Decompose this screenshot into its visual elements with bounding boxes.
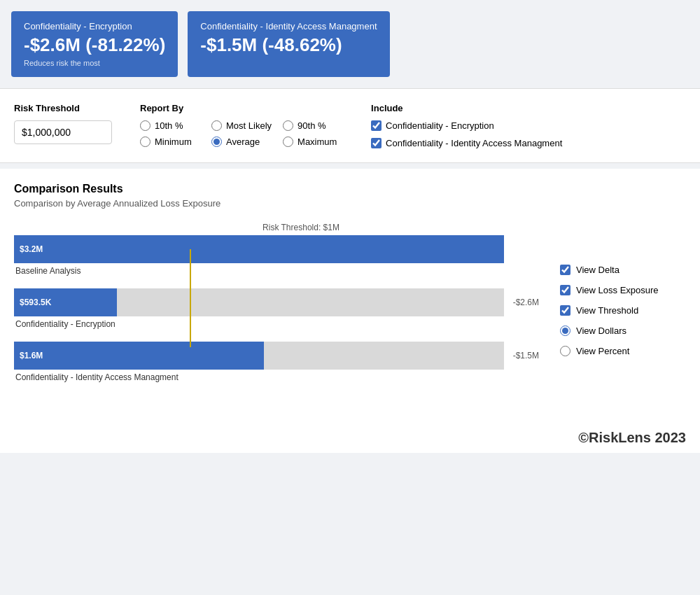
radio-10th-input[interactable] [140,120,150,131]
encryption-row-label: Confidentiality - Encryption [14,319,504,329]
baseline-row-label: Baseline Analysis [14,266,504,276]
card-identity: Confidentiality - Identity Access Managm… [188,11,389,77]
legend-view-dollars-radio[interactable] [560,326,570,336]
legend-view-dollars[interactable]: View Dollars [560,326,686,336]
legend-view-delta-label: View Delta [576,265,620,275]
include-encryption-label: Confidentiality - Encryption [386,120,494,131]
report-by-options: 10th % Most Likely 90th % Minimum Averag… [140,120,343,147]
legend-view-percent[interactable]: View Percent [560,346,686,356]
report-by-label: Report By [140,103,343,113]
radio-average-input[interactable] [211,136,222,147]
identity-bar-gray [264,342,504,370]
include-identity[interactable]: Confidentiality - Identity Access Managm… [371,138,562,148]
top-cards-section: Confidentiality - Encryption -$2.6M (-81… [0,0,700,88]
radio-average-label: Average [226,136,260,147]
card-encryption: Confidentiality - Encryption -$2.6M (-81… [11,11,178,77]
legend-view-threshold[interactable]: View Threshold [560,305,686,316]
include-group: Include Confidentiality - Encryption Con… [371,103,562,148]
radio-10th[interactable]: 10th % [140,120,200,131]
identity-bar-label: $1.6M [20,342,43,370]
radio-maximum-label: Maximum [298,136,337,147]
radio-average[interactable]: Average [211,136,272,147]
chart-section: Comparison Results Comparison by Average… [0,169,700,416]
radio-most-likely[interactable]: Most Likely [211,120,272,131]
card-encryption-sub: Reduces risk the most [24,59,165,67]
radio-90th-input[interactable] [283,120,293,131]
copyright: ©RiskLens 2023 [0,416,700,453]
radio-90th-label: 90th % [298,120,326,131]
card-identity-title: Confidentiality - Identity Access Managm… [200,21,377,31]
card-identity-value: -$1.5M (-48.62%) [200,34,377,56]
radio-minimum[interactable]: Minimum [140,136,200,147]
radio-maximum-input[interactable] [283,136,293,147]
radio-10th-label: 10th % [155,120,183,131]
legend-view-delta[interactable]: View Delta [560,265,686,275]
identity-bar-right-label: -$1.5M [513,342,539,370]
chart-row-identity: $1.6M -$1.5M Confidentiality - Identity … [14,342,504,382]
legend-view-loss-exposure[interactable]: View Loss Exposure [560,285,686,295]
chart-title: Comparison Results [14,183,686,195]
encryption-bar-right-label: -$2.6M [513,288,539,316]
controls-section: Risk Threshold Report By 10th % Most Lik… [0,88,700,163]
encryption-bar-label: $593.5K [20,288,51,316]
radio-most-likely-label: Most Likely [226,120,272,131]
include-identity-checkbox[interactable] [371,138,382,148]
identity-bar-row: $1.6M -$1.5M [14,342,504,370]
legend-view-percent-radio[interactable] [560,346,570,356]
encryption-bar-blue: $593.5K [14,288,117,316]
encryption-bar-gray [117,288,504,316]
legend-view-percent-label: View Percent [576,346,629,356]
chart-container: Risk Threshold: $1M $3.2M Baseline Analy… [14,223,686,395]
baseline-bar-blue: $3.2M [14,235,504,263]
radio-minimum-label: Minimum [155,136,192,147]
radio-90th[interactable]: 90th % [283,120,343,131]
chart-row-baseline: $3.2M Baseline Analysis [14,235,504,276]
risk-threshold-input[interactable] [14,120,112,144]
include-label: Include [371,103,562,113]
legend-view-threshold-label: View Threshold [576,305,638,316]
include-encryption[interactable]: Confidentiality - Encryption [371,120,562,131]
radio-maximum[interactable]: Maximum [283,136,343,147]
threshold-label: Risk Threshold: $1M [56,223,546,232]
risk-threshold-label: Risk Threshold [14,103,112,113]
legend-view-loss-exposure-label: View Loss Exposure [576,285,659,295]
card-encryption-value: -$2.6M (-81.22%) [24,34,165,56]
chart-main: Risk Threshold: $1M $3.2M Baseline Analy… [14,223,546,395]
report-by-group: Report By 10th % Most Likely 90th % Mini… [140,103,343,147]
radio-minimum-input[interactable] [140,136,150,147]
bar-chart-wrapper: $3.2M Baseline Analysis $593.5K -$2.6M C… [14,235,546,382]
legend-view-delta-checkbox[interactable] [560,265,570,275]
chart-row-encryption: $593.5K -$2.6M Confidentiality - Encrypt… [14,288,504,329]
baseline-bar-row: $3.2M [14,235,504,263]
card-encryption-title: Confidentiality - Encryption [24,21,165,31]
controls-row: Risk Threshold Report By 10th % Most Lik… [14,103,686,148]
radio-most-likely-input[interactable] [211,120,222,131]
identity-row-label: Confidentiality - Identity Access Managm… [14,372,504,382]
legend-view-loss-exposure-checkbox[interactable] [560,285,570,295]
legend-view-dollars-label: View Dollars [576,326,626,336]
risk-threshold-group: Risk Threshold [14,103,112,144]
copyright-text: ©RiskLens 2023 [578,430,686,445]
legend-view-threshold-checkbox[interactable] [560,305,570,316]
include-encryption-checkbox[interactable] [371,120,382,131]
baseline-bar-label: $3.2M [20,235,43,263]
identity-bar-blue: $1.6M [14,342,264,370]
encryption-bar-row: $593.5K -$2.6M [14,288,504,316]
include-list: Confidentiality - Encryption Confidentia… [371,120,562,148]
include-identity-label: Confidentiality - Identity Access Managm… [386,138,562,148]
chart-legend-panel: View Delta View Loss Exposure View Thres… [560,223,686,395]
chart-subtitle: Comparison by Average Annualized Loss Ex… [14,198,686,209]
